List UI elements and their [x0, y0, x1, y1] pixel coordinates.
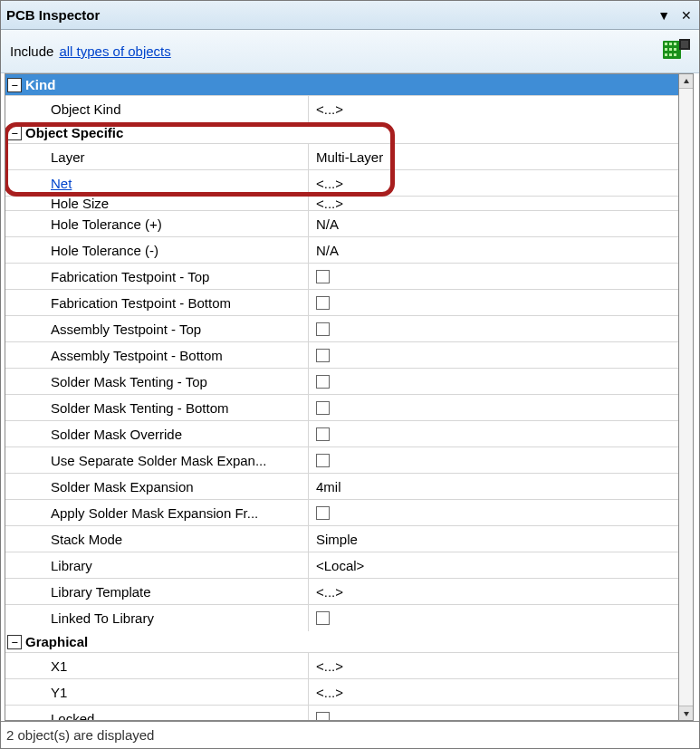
value-sm-override[interactable] — [309, 421, 678, 447]
value-smtent-bot[interactable] — [309, 395, 678, 420]
collapse-icon[interactable]: − — [7, 635, 22, 649]
scroll-down-icon[interactable] — [679, 706, 693, 720]
row-hole-size[interactable]: Hole Size <...> — [5, 197, 678, 211]
dropdown-icon[interactable]: ▼ — [656, 7, 672, 24]
value-sep-sm-expan[interactable] — [309, 447, 678, 473]
section-header-kind[interactable]: − Kind — [5, 74, 678, 96]
label-layer: Layer — [5, 144, 309, 169]
row-asm-tp-bot[interactable]: Assembly Testpoint - Bottom — [5, 342, 678, 369]
section-body-kind: Object Kind <...> — [5, 96, 678, 122]
checkbox-icon[interactable] — [316, 322, 330, 336]
checkbox-icon[interactable] — [316, 401, 330, 415]
row-library[interactable]: Library <Local> — [5, 552, 678, 579]
row-net[interactable]: Net <...> — [5, 170, 678, 197]
checkbox-icon[interactable] — [316, 611, 330, 625]
value-linked-lib[interactable] — [309, 605, 678, 631]
value-net[interactable]: <...> — [309, 170, 678, 196]
checkbox-icon[interactable] — [316, 270, 330, 283]
section-header-object-specific[interactable]: − Object Specific — [5, 122, 678, 144]
pcb-chip-icon[interactable] — [663, 39, 690, 63]
value-hole-tol-plus[interactable]: N/A — [309, 211, 678, 236]
include-bar: Include all types of objects — [1, 30, 699, 73]
label-stack-mode: Stack Mode — [5, 526, 309, 552]
label-net: Net — [5, 170, 309, 196]
status-bar: 2 object(s) are displayed — [1, 721, 699, 748]
row-sm-override[interactable]: Solder Mask Override — [5, 421, 678, 447]
row-fab-tp-top[interactable]: Fabrication Testpoint - Top — [5, 264, 678, 290]
value-y1[interactable]: <...> — [309, 679, 678, 705]
value-asm-tp-bot[interactable] — [309, 342, 678, 368]
pcb-inspector-panel: PCB Inspector ▼ ✕ Include all types of o… — [0, 0, 700, 749]
row-smtent-bot[interactable]: Solder Mask Tenting - Bottom — [5, 395, 678, 421]
value-smtent-top[interactable] — [309, 369, 678, 394]
row-smtent-top[interactable]: Solder Mask Tenting - Top — [5, 369, 678, 395]
value-apply-sm-expan[interactable] — [309, 500, 678, 525]
section-title-object-specific: Object Specific — [25, 125, 123, 140]
label-sm-override: Solder Mask Override — [5, 421, 309, 447]
row-sm-expansion[interactable]: Solder Mask Expansion 4mil — [5, 474, 678, 500]
checkbox-icon[interactable] — [316, 375, 330, 389]
value-library-tpl[interactable]: <...> — [309, 579, 678, 604]
svg-rect-5 — [669, 48, 672, 51]
value-fab-tp-bot[interactable] — [309, 290, 678, 315]
row-locked[interactable]: Locked — [5, 706, 678, 721]
scroll-up-icon[interactable] — [679, 74, 693, 89]
label-fab-tp-bot: Fabrication Testpoint - Bottom — [5, 290, 309, 315]
label-sm-expansion: Solder Mask Expansion — [5, 474, 309, 499]
label-smtent-bot: Solder Mask Tenting - Bottom — [5, 395, 309, 420]
label-linked-lib: Linked To Library — [5, 605, 309, 631]
row-library-tpl[interactable]: Library Template <...> — [5, 579, 678, 605]
label-library-tpl: Library Template — [5, 579, 309, 604]
row-apply-sm-expan[interactable]: Apply Solder Mask Expansion Fr... — [5, 500, 678, 526]
label-object-kind: Object Kind — [5, 96, 309, 122]
close-icon[interactable]: ✕ — [679, 7, 694, 24]
section-body-object-specific: Layer Multi-Layer Net <...> Hole Size <.… — [5, 144, 678, 631]
svg-rect-4 — [665, 48, 667, 51]
value-sm-expansion[interactable]: 4mil — [309, 474, 678, 499]
row-object-kind[interactable]: Object Kind <...> — [5, 96, 678, 122]
label-sep-sm-expan: Use Separate Solder Mask Expan... — [5, 447, 309, 473]
row-asm-tp-top[interactable]: Assembly Testpoint - Top — [5, 316, 678, 342]
svg-rect-9 — [674, 53, 676, 56]
row-linked-lib[interactable]: Linked To Library — [5, 605, 678, 631]
label-hole-tol-plus: Hole Tolerance (+) — [5, 211, 309, 236]
checkbox-icon[interactable] — [316, 506, 330, 520]
include-filter-link[interactable]: all types of objects — [59, 43, 170, 59]
value-x1[interactable]: <...> — [309, 653, 678, 678]
row-fab-tp-bot[interactable]: Fabrication Testpoint - Bottom — [5, 290, 678, 316]
collapse-icon[interactable]: − — [7, 126, 22, 140]
checkbox-icon[interactable] — [316, 712, 330, 721]
value-hole-size[interactable]: <...> — [309, 197, 678, 210]
property-grid: − Kind Object Kind <...> − Object Specif… — [5, 73, 679, 721]
value-locked[interactable] — [309, 706, 678, 721]
label-y1: Y1 — [5, 679, 309, 705]
collapse-icon[interactable]: − — [7, 78, 22, 92]
value-object-kind[interactable]: <...> — [309, 96, 678, 122]
row-layer[interactable]: Layer Multi-Layer — [5, 144, 678, 170]
value-stack-mode[interactable]: Simple — [309, 526, 678, 552]
vertical-scrollbar[interactable] — [679, 73, 694, 721]
value-layer[interactable]: Multi-Layer — [309, 144, 678, 169]
value-asm-tp-top[interactable] — [309, 316, 678, 341]
value-fab-tp-top[interactable] — [309, 264, 678, 289]
row-x1[interactable]: X1 <...> — [5, 653, 678, 679]
row-hole-tol-minus[interactable]: Hole Tolerance (-) N/A — [5, 237, 678, 264]
scroll-track[interactable] — [679, 89, 693, 706]
section-header-graphical[interactable]: − Graphical — [5, 631, 678, 653]
section-title-kind: Kind — [25, 77, 55, 92]
svg-rect-8 — [669, 53, 672, 56]
row-sep-sm-expan[interactable]: Use Separate Solder Mask Expan... — [5, 447, 678, 474]
label-hole-tol-minus: Hole Tolerance (-) — [5, 237, 309, 263]
value-hole-tol-minus[interactable]: N/A — [309, 237, 678, 263]
checkbox-icon[interactable] — [316, 296, 330, 310]
checkbox-icon[interactable] — [316, 454, 330, 467]
row-y1[interactable]: Y1 <...> — [5, 679, 678, 706]
checkbox-icon[interactable] — [316, 349, 330, 362]
value-library[interactable]: <Local> — [309, 552, 678, 578]
row-hole-tol-plus[interactable]: Hole Tolerance (+) N/A — [5, 211, 678, 237]
label-library: Library — [5, 552, 309, 578]
section-body-graphical: X1 <...> Y1 <...> Locked — [5, 653, 678, 721]
label-locked: Locked — [5, 706, 309, 721]
checkbox-icon[interactable] — [316, 427, 330, 441]
row-stack-mode[interactable]: Stack Mode Simple — [5, 526, 678, 552]
